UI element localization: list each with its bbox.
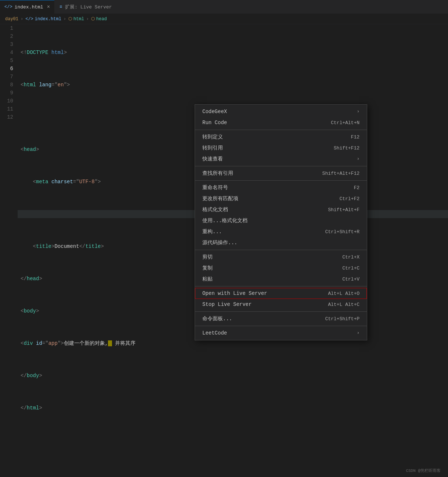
menu-arrow-codegeex: › xyxy=(357,109,360,114)
menu-label-leetcode: LeetCode xyxy=(202,330,227,336)
ln-10: 10 xyxy=(0,97,13,105)
tab-live-server[interactable]: ≡ 扩展: Live Server xyxy=(54,0,117,14)
breadcrumb-html-icon: </> xyxy=(25,17,33,22)
menu-shortcut-cut: Ctrl+X xyxy=(342,254,360,260)
menu-item-codegeex[interactable]: CodeGeeX › xyxy=(195,106,367,117)
footer-text: CSDN @凭栏听雨客 xyxy=(406,469,441,473)
breadcrumb-sep-1: › xyxy=(21,17,23,22)
menu-item-leetcode[interactable]: LeetCode › xyxy=(195,328,367,339)
menu-group-8: LeetCode › xyxy=(195,326,367,340)
menu-label-stop-live-server: Stop Live Server xyxy=(202,301,252,307)
menu-item-goto-def[interactable]: 转到定义 F12 xyxy=(195,131,367,142)
ln-2: 2 xyxy=(0,32,13,40)
tab-icon-html: </> xyxy=(4,4,12,10)
ln-3: 3 xyxy=(0,40,13,48)
menu-label-refactor: 重构... xyxy=(202,228,222,235)
menu-shortcut-goto-ref: Shift+F12 xyxy=(334,145,360,151)
code-line-1: <!DOCTYPE html> xyxy=(18,48,448,57)
menu-label-paste: 粘贴 xyxy=(202,276,213,282)
ln-1: 1 xyxy=(0,24,13,32)
menu-label-goto-def: 转到定义 xyxy=(202,134,223,140)
tab-index-html[interactable]: </> index.html × xyxy=(0,0,54,14)
menu-group-2: 转到定义 F12 转到引用 Shift+F12 快速查看 › xyxy=(195,130,367,166)
menu-item-cut[interactable]: 剪切 Ctrl+X xyxy=(195,252,367,263)
menu-label-quick-look: 快速查看 xyxy=(202,156,223,162)
menu-label-run-code: Run Code xyxy=(202,120,227,126)
tab-icon-live-server: ≡ xyxy=(59,4,62,10)
breadcrumb-html-tag[interactable]: html xyxy=(73,17,84,22)
footer: CSDN @凭栏听雨客 xyxy=(406,468,441,473)
menu-label-goto-ref: 转到引用 xyxy=(202,145,223,151)
menu-label-copy: 复制 xyxy=(202,265,213,271)
menu-shortcut-stop-live-server: Alt+L Alt+C xyxy=(328,302,360,307)
menu-label-source-action: 源代码操作... xyxy=(202,239,237,246)
menu-item-paste[interactable]: 粘贴 Ctrl+V xyxy=(195,274,367,285)
ln-6: 6 xyxy=(0,65,13,73)
code-line-2: <html lang="en"> xyxy=(18,81,448,89)
menu-arrow-quick-look: › xyxy=(357,156,360,162)
ln-11: 11 xyxy=(0,105,13,113)
tab-label-index-html: index.html xyxy=(15,4,43,10)
menu-shortcut-open-live-server: Alt+L Alt+O xyxy=(328,291,360,296)
menu-shortcut-rename: F2 xyxy=(354,185,360,191)
tab-bar: </> index.html × ≡ 扩展: Live Server xyxy=(0,0,448,14)
menu-label-format-doc: 格式化文档 xyxy=(202,206,228,213)
ln-5: 5 xyxy=(0,57,13,65)
breadcrumb-head-tag[interactable]: head xyxy=(96,17,107,22)
menu-item-rename[interactable]: 重命名符号 F2 xyxy=(195,182,367,193)
breadcrumb-sep-2: › xyxy=(64,17,66,22)
tab-label-live-server: 扩展: Live Server xyxy=(65,4,112,10)
menu-item-goto-ref[interactable]: 转到引用 Shift+F12 xyxy=(195,142,367,153)
menu-label-cut: 剪切 xyxy=(202,254,213,260)
code-line-11: </body> xyxy=(18,372,448,380)
ln-8: 8 xyxy=(0,81,13,89)
breadcrumb: day01 › </> index.html › ⬡ html › ⬡ head xyxy=(0,14,448,24)
menu-item-source-action[interactable]: 源代码操作... xyxy=(195,237,367,248)
code-line-12: </html> xyxy=(18,404,448,412)
menu-item-copy[interactable]: 复制 Ctrl+C xyxy=(195,263,367,274)
menu-item-refactor[interactable]: 重构... Ctrl+Shift+R xyxy=(195,226,367,237)
menu-label-format-with: 使用...格式化文档 xyxy=(202,217,248,224)
context-menu: CodeGeeX › Run Code Ctrl+Alt+N 转到定义 F12 … xyxy=(195,104,367,340)
menu-item-open-live-server[interactable]: Open with Live Server Alt+L Alt+O xyxy=(195,288,367,299)
tab-close-button[interactable]: × xyxy=(47,4,50,10)
line-numbers: 1 2 3 4 5 6 7 8 9 10 11 12 xyxy=(0,24,18,477)
menu-shortcut-command-palette: Ctrl+Shift+P xyxy=(325,316,360,322)
menu-group-6: Open with Live Server Alt+L Alt+O Stop L… xyxy=(195,286,367,312)
editor: 1 2 3 4 5 6 7 8 9 10 11 12 <!DOCTYPE htm… xyxy=(0,24,448,477)
menu-shortcut-run-code: Ctrl+Alt+N xyxy=(331,120,360,126)
menu-label-codegeex: CodeGeeX xyxy=(202,109,227,115)
ln-12: 12 xyxy=(0,113,13,121)
menu-item-stop-live-server[interactable]: Stop Live Server Alt+L Alt+C xyxy=(195,299,367,310)
menu-label-open-live-server: Open with Live Server xyxy=(202,290,267,296)
menu-group-4: 重命名符号 F2 更改所有匹配项 Ctrl+F2 格式化文档 Shift+Alt… xyxy=(195,181,367,250)
code-line-10: <div id="app">创建一个新的对象, 并将其序 xyxy=(18,339,448,347)
menu-label-rename: 重命名符号 xyxy=(202,184,228,191)
menu-group-7: 命令面板... Ctrl+Shift+P xyxy=(195,312,367,326)
menu-item-run-code[interactable]: Run Code Ctrl+Alt+N xyxy=(195,117,367,128)
menu-shortcut-refactor: Ctrl+Shift+R xyxy=(325,229,360,235)
menu-item-format-with[interactable]: 使用...格式化文档 xyxy=(195,215,367,226)
breadcrumb-index-html[interactable]: index.html xyxy=(35,17,61,22)
breadcrumb-day01[interactable]: day01 xyxy=(5,17,18,22)
ln-4: 4 xyxy=(0,48,13,57)
breadcrumb-html-tag-icon: ⬡ xyxy=(68,16,72,22)
menu-shortcut-change-all: Ctrl+F2 xyxy=(339,196,360,202)
menu-label-change-all: 更改所有匹配项 xyxy=(202,195,238,202)
menu-shortcut-goto-def: F12 xyxy=(351,134,360,140)
menu-shortcut-format-doc: Shift+Alt+F xyxy=(328,207,360,213)
menu-item-find-all-ref[interactable]: 查找所有引用 Shift+Alt+F12 xyxy=(195,168,367,179)
menu-item-quick-look[interactable]: 快速查看 › xyxy=(195,153,367,165)
menu-item-format-doc[interactable]: 格式化文档 Shift+Alt+F xyxy=(195,204,367,215)
ln-7: 7 xyxy=(0,73,13,81)
breadcrumb-sep-3: › xyxy=(86,17,89,22)
menu-label-command-palette: 命令面板... xyxy=(202,315,232,322)
breadcrumb-head-icon: ⬡ xyxy=(91,16,95,22)
menu-group-5: 剪切 Ctrl+X 复制 Ctrl+C 粘贴 Ctrl+V xyxy=(195,250,367,286)
ln-9: 9 xyxy=(0,89,13,97)
menu-label-find-all-ref: 查找所有引用 xyxy=(202,170,233,177)
menu-group-3: 查找所有引用 Shift+Alt+F12 xyxy=(195,166,367,181)
menu-shortcut-copy: Ctrl+C xyxy=(342,265,360,271)
menu-item-change-all[interactable]: 更改所有匹配项 Ctrl+F2 xyxy=(195,193,367,204)
menu-item-command-palette[interactable]: 命令面板... Ctrl+Shift+P xyxy=(195,313,367,324)
